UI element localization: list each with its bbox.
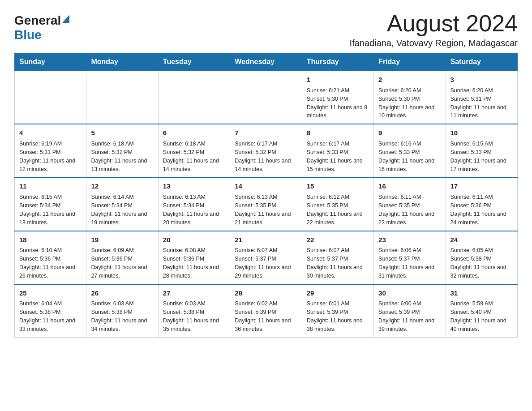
day-info-line: Sunrise: 6:06 AM [378,247,421,253]
day-cell [158,71,230,124]
day-info-line: Daylight: 11 hours and 32 minutes. [450,264,506,279]
day-info-line: Sunrise: 6:15 AM [19,194,62,200]
day-info-line: Sunrise: 6:17 AM [235,141,277,147]
day-number: 1 [307,75,369,85]
day-info-line: Sunset: 5:33 PM [307,149,348,155]
day-cell: 16Sunrise: 6:11 AMSunset: 5:35 PMDayligh… [374,177,446,231]
day-info-line: Daylight: 11 hours and 13 minutes. [91,158,147,172]
day-info-line: Sunrise: 6:16 AM [378,141,421,147]
day-cell: 23Sunrise: 6:06 AMSunset: 5:37 PMDayligh… [374,231,446,284]
day-info-line: Sunrise: 6:08 AM [163,247,206,253]
day-cell [15,71,86,124]
week-row-2: 4Sunrise: 6:19 AMSunset: 5:31 PMDaylight… [15,124,518,177]
day-info-line: Daylight: 11 hours and 24 minutes. [450,211,506,226]
day-cell [86,71,158,124]
day-info-line: Daylight: 11 hours and 10 minutes. [378,104,434,119]
day-info-line: Daylight: 11 hours and 40 minutes. [450,317,506,332]
day-info-line: Sunrise: 6:05 AM [450,247,493,253]
day-number: 6 [163,128,225,138]
day-info-line: Sunset: 5:31 PM [450,96,492,102]
day-cell: 21Sunrise: 6:07 AMSunset: 5:37 PMDayligh… [230,231,302,284]
day-number: 18 [19,235,82,245]
header-monday: Monday [86,53,158,71]
day-info-line: Sunset: 5:34 PM [19,202,60,209]
day-number: 11 [19,181,82,191]
day-number: 17 [450,181,513,191]
day-cell: 22Sunrise: 6:07 AMSunset: 5:37 PMDayligh… [302,231,373,284]
day-cell: 29Sunrise: 6:01 AMSunset: 5:39 PMDayligh… [302,284,373,338]
day-cell: 27Sunrise: 6:03 AMSunset: 5:38 PMDayligh… [158,284,230,338]
day-info-line: Sunset: 5:38 PM [91,309,132,315]
day-cell: 1Sunrise: 6:21 AMSunset: 5:30 PMDaylight… [302,71,373,124]
day-info-line: Sunset: 5:33 PM [450,149,492,155]
day-cell: 8Sunrise: 6:17 AMSunset: 5:33 PMDaylight… [302,124,373,177]
header-sunday: Sunday [15,53,86,71]
day-info-line: Sunrise: 6:10 AM [19,247,62,253]
day-cell: 7Sunrise: 6:17 AMSunset: 5:32 PMDaylight… [230,124,302,177]
day-cell: 10Sunrise: 6:15 AMSunset: 5:33 PMDayligh… [446,124,517,177]
day-number: 10 [450,128,513,138]
week-row-5: 25Sunrise: 6:04 AMSunset: 5:38 PMDayligh… [15,284,518,338]
day-cell: 18Sunrise: 6:10 AMSunset: 5:36 PMDayligh… [15,231,86,284]
day-cell: 30Sunrise: 6:00 AMSunset: 5:39 PMDayligh… [374,284,446,338]
day-info-line: Sunset: 5:39 PM [235,309,276,315]
day-info-line: Sunrise: 6:18 AM [163,141,206,147]
header-saturday: Saturday [446,53,517,71]
day-info-line: Sunrise: 6:14 AM [91,194,133,200]
day-info-line: Sunrise: 6:17 AM [307,141,349,147]
day-number: 5 [91,128,153,138]
day-number: 14 [235,181,297,191]
svg-marker-0 [62,15,69,23]
day-info-line: Sunset: 5:37 PM [378,256,420,262]
day-number: 3 [450,75,513,85]
day-cell: 15Sunrise: 6:12 AMSunset: 5:35 PMDayligh… [302,177,373,231]
week-row-4: 18Sunrise: 6:10 AMSunset: 5:36 PMDayligh… [15,231,518,284]
day-info-line: Sunset: 5:34 PM [91,202,132,209]
day-info-line: Sunset: 5:31 PM [19,149,60,155]
day-info-line: Sunrise: 6:13 AM [163,194,206,200]
day-info-line: Sunset: 5:38 PM [19,309,60,315]
day-info-line: Sunrise: 6:18 AM [91,141,133,147]
day-cell: 9Sunrise: 6:16 AMSunset: 5:33 PMDaylight… [374,124,446,177]
day-info-line: Sunset: 5:34 PM [163,202,204,209]
day-info-line: Sunrise: 6:02 AM [235,300,277,307]
day-info-line: Sunrise: 6:19 AM [19,141,62,147]
day-info-line: Daylight: 11 hours and 21 minutes. [235,211,291,226]
day-info-line: Sunset: 5:40 PM [450,309,492,315]
logo-triangle-icon [62,15,69,25]
day-info-line: Sunrise: 6:12 AM [307,194,349,200]
day-info-line: Sunset: 5:35 PM [378,202,420,209]
day-info-line: Sunset: 5:30 PM [378,96,420,102]
day-number: 24 [450,235,513,245]
day-info-line: Daylight: 11 hours and 9 minutes. [307,104,368,119]
page-header: General Blue August 2024 Ifanadiana, Vat… [14,11,518,48]
day-info-line: Daylight: 11 hours and 14 minutes. [163,158,219,172]
day-info-line: Daylight: 11 hours and 28 minutes. [163,264,219,279]
day-info-line: Daylight: 11 hours and 33 minutes. [19,317,75,332]
day-number: 22 [307,235,369,245]
day-info-line: Sunset: 5:39 PM [378,309,420,315]
day-info-line: Daylight: 11 hours and 20 minutes. [163,211,219,226]
day-info-line: Daylight: 11 hours and 12 minutes. [19,158,75,172]
day-cell: 24Sunrise: 6:05 AMSunset: 5:38 PMDayligh… [446,231,517,284]
day-number: 12 [91,181,153,191]
day-info-line: Sunset: 5:38 PM [450,256,492,262]
month-title: August 2024 [350,11,518,36]
day-cell: 6Sunrise: 6:18 AMSunset: 5:32 PMDaylight… [158,124,230,177]
day-cell: 14Sunrise: 6:13 AMSunset: 5:35 PMDayligh… [230,177,302,231]
day-info-line: Daylight: 11 hours and 30 minutes. [307,264,363,279]
day-info-line: Sunrise: 6:01 AM [307,300,349,307]
day-number: 21 [235,235,297,245]
day-cell: 2Sunrise: 6:20 AMSunset: 5:30 PMDaylight… [374,71,446,124]
day-info-line: Sunset: 5:36 PM [19,256,60,262]
day-cell: 12Sunrise: 6:14 AMSunset: 5:34 PMDayligh… [86,177,158,231]
header-thursday: Thursday [302,53,373,71]
day-number: 26 [91,288,153,298]
day-number: 20 [163,235,225,245]
week-row-1: 1Sunrise: 6:21 AMSunset: 5:30 PMDaylight… [15,71,518,124]
day-info-line: Sunrise: 6:07 AM [235,247,277,253]
day-info-line: Daylight: 11 hours and 26 minutes. [19,264,75,279]
day-info-line: Daylight: 11 hours and 38 minutes. [307,317,363,332]
day-cell: 17Sunrise: 6:11 AMSunset: 5:36 PMDayligh… [446,177,517,231]
day-info-line: Daylight: 11 hours and 19 minutes. [91,211,147,226]
